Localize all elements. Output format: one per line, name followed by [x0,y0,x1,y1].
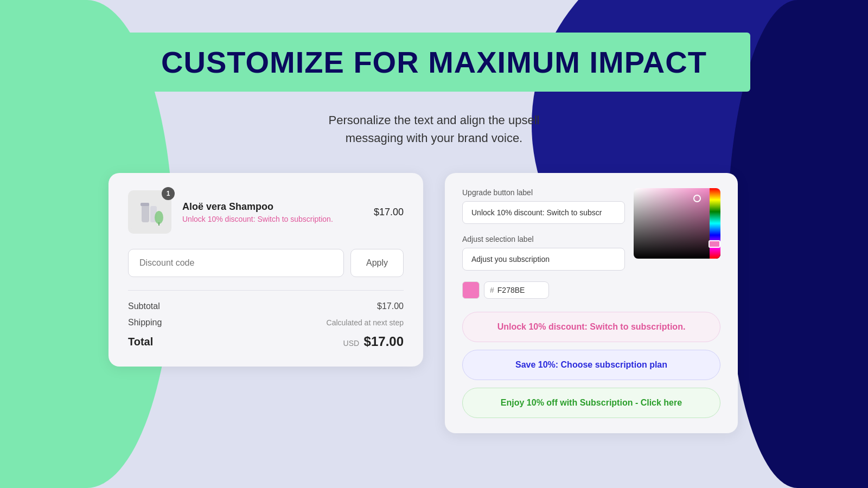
shipping-row: Shipping Calculated at next step [128,318,404,328]
gradient-background [634,188,720,259]
product-row: 1 [128,190,404,234]
product-name: Aloë vera Shampoo [182,201,363,213]
preview-button-pink[interactable]: Unlock 10% discount: Switch to subscript… [462,312,720,342]
shipping-value: Calculated at next step [327,318,404,327]
svg-point-4 [155,211,163,224]
total-label: Total [128,336,153,348]
cards-container: 1 [108,173,760,433]
subtotal-row: Subtotal $17.00 [128,301,404,311]
adjust-selection-input[interactable] [462,248,625,271]
total-currency: USD [343,339,360,348]
hue-indicator [709,240,720,248]
upgrade-button-input[interactable] [462,201,625,224]
customizer-fields-column: Upgrade button label Adjust selection la… [462,188,625,299]
adjust-selection-field: Adjust selection label [462,235,625,271]
total-row: Total USD $17.00 [128,334,404,349]
color-hex-input[interactable] [495,285,539,296]
header-banner: CUSTOMIZE FOR MAXIMUM IMPACT [118,33,750,92]
product-info: Aloë vera Shampoo Unlock 10% discount: S… [182,201,363,223]
product-upsell-text: Unlock 10% discount: Switch to subscript… [182,215,363,223]
checkout-card: 1 [108,173,423,367]
adjust-selection-label: Adjust selection label [462,235,625,243]
gradient-dark-overlay [634,188,720,259]
color-swatch [462,281,480,299]
apply-discount-button[interactable]: Apply [350,249,404,277]
page-title: CUSTOMIZE FOR MAXIMUM IMPACT [161,44,707,80]
customize-card: Upgrade button label Adjust selection la… [445,173,738,433]
product-price: $17.00 [374,207,404,218]
gradient-indicator [693,195,701,202]
shipping-label: Shipping [128,318,162,328]
subtotal-value: $17.00 [377,301,404,311]
total-value-container: USD $17.00 [343,334,404,349]
color-gradient-canvas[interactable] [634,188,720,259]
product-image-container: 1 [128,190,171,234]
svg-rect-3 [141,203,149,206]
preview-buttons-section: Unlock 10% discount: Switch to subscript… [462,312,720,418]
subtotal-label: Subtotal [128,301,160,311]
svg-rect-0 [131,193,169,231]
upgrade-button-label: Upgrade button label [462,188,625,197]
upgrade-button-field: Upgrade button label [462,188,625,224]
discount-code-input[interactable] [128,249,344,277]
totals-section: Subtotal $17.00 Shipping Calculated at n… [128,290,404,349]
total-value: $17.00 [364,334,404,349]
customizer-fields-row: Upgrade button label Adjust selection la… [462,188,720,299]
hash-icon: # [490,286,494,294]
color-picker[interactable] [634,188,720,259]
hue-slider[interactable] [710,188,720,259]
page-subtitle: Personalize the text and align the upsel… [329,111,540,147]
discount-row: Apply [128,249,404,277]
preview-button-blue[interactable]: Save 10%: Choose subscription plan [462,350,720,380]
product-svg [131,193,169,231]
svg-rect-1 [142,204,149,222]
color-hex-row: # [462,281,625,299]
preview-button-green[interactable]: Enjoy 10% off with Subscription - Click … [462,388,720,418]
product-quantity-badge: 1 [162,187,175,200]
